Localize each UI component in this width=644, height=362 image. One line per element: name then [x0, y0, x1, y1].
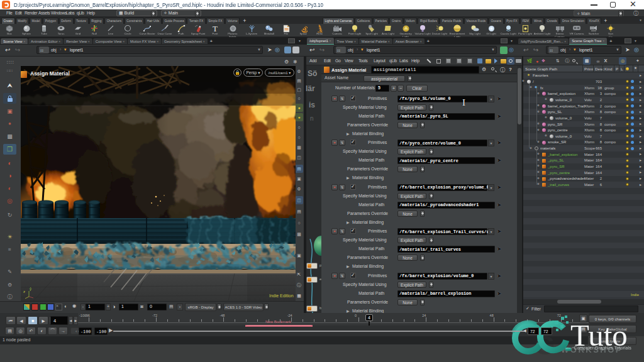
svg-text:Computer Graphics Tutorials: Computer Graphics Tutorials [574, 345, 631, 351]
svg-text:T: T [213, 25, 218, 33]
